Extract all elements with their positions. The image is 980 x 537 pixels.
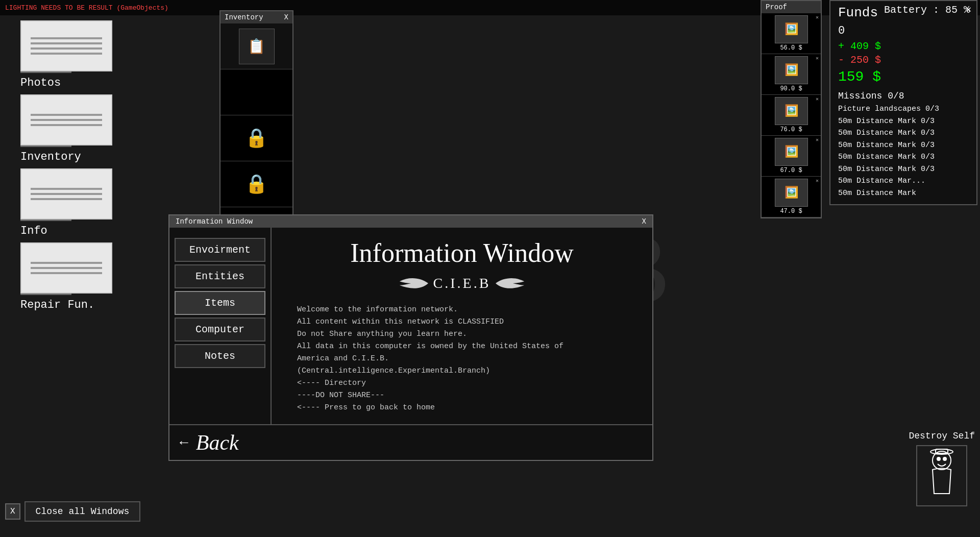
info-line-3: All data in this computer is owned by th… bbox=[297, 340, 564, 353]
info-nav-notes[interactable]: Notes bbox=[175, 344, 265, 368]
info-line-4: America and C.I.E.B. bbox=[297, 353, 564, 365]
mission-item-4: 50m Distance Mark 0/3 bbox=[830, 151, 976, 163]
mission-item-7: 50m Distance Mark bbox=[830, 187, 976, 200]
inventory-titlebar[interactable]: Inventory X bbox=[220, 11, 292, 23]
thumb-line bbox=[31, 124, 103, 126]
thumb-line bbox=[31, 119, 103, 121]
info-window-titlebar[interactable]: Information Window X bbox=[169, 215, 652, 228]
back-arrow-icon: ← bbox=[180, 435, 188, 451]
destroy-self-section: Destroy Self bbox=[909, 431, 975, 506]
proof-close-2[interactable]: ✕ bbox=[816, 96, 819, 102]
lock-icon: 🔒 bbox=[245, 173, 268, 196]
sidebar-divider bbox=[20, 145, 71, 147]
sidebar-divider bbox=[20, 219, 71, 221]
photos-thumbnail bbox=[20, 20, 112, 71]
repair-thumbnail bbox=[20, 242, 112, 294]
funds-base-value: 0 bbox=[830, 22, 976, 39]
proof-photo-3: 🖼️ bbox=[775, 138, 808, 166]
proof-photo-0: 🖼️ bbox=[775, 15, 808, 43]
proof-price-4: 47.0 $ bbox=[780, 208, 802, 215]
close-x-button[interactable]: X bbox=[5, 503, 20, 520]
mission-item-2: 50m Distance Mark 0/3 bbox=[830, 127, 976, 139]
inventory-title-label: Inventory bbox=[225, 13, 263, 21]
inventory-slot-3[interactable]: 🔒 bbox=[220, 161, 292, 207]
thumb-line bbox=[31, 114, 103, 116]
thumb-lines bbox=[31, 188, 103, 200]
info-nav-items[interactable]: Items bbox=[175, 291, 265, 315]
proof-window: Proof ✕ 🖼️ 56.0 $ ✕ 🖼️ 90.0 $ ✕ 🖼️ 76.0 … bbox=[761, 0, 822, 218]
inventory-slot-2[interactable]: 🔒 bbox=[220, 115, 292, 161]
battery-info: Battery : 85 % bbox=[884, 4, 970, 16]
info-logo: C.I.E.B bbox=[398, 273, 527, 294]
sidebar-item-repair[interactable]: Repair Fun. bbox=[20, 242, 133, 311]
thumb-line bbox=[31, 47, 103, 50]
proof-item-1[interactable]: ✕ 🖼️ 90.0 $ bbox=[762, 54, 821, 95]
inventory-label: Inventory bbox=[20, 151, 81, 163]
proof-close-4[interactable]: ✕ bbox=[816, 178, 819, 184]
proof-close-3[interactable]: ✕ bbox=[816, 137, 819, 143]
mission-item-1: 50m Distance Mark 0/3 bbox=[830, 115, 976, 128]
wing-left-icon bbox=[398, 273, 428, 294]
lock-icon: 🔒 bbox=[245, 127, 268, 150]
thumb-line bbox=[31, 193, 103, 195]
funds-minus-value: - 250 $ bbox=[830, 53, 976, 67]
info-line-1: All content within this network is CLASS… bbox=[297, 316, 564, 328]
proof-price-3: 67.0 $ bbox=[780, 167, 802, 174]
close-all-section: X Close all Windows bbox=[5, 501, 140, 522]
funds-total-value: 159 $ bbox=[830, 67, 976, 87]
svg-point-22 bbox=[943, 457, 947, 461]
inventory-slot-1[interactable] bbox=[220, 69, 292, 115]
info-main-title: Information Window bbox=[350, 238, 573, 268]
mission-item-5: 50m Distance Mark 0/3 bbox=[830, 163, 976, 176]
funds-missions-label: Missions 0/8 bbox=[830, 87, 976, 103]
inventory-slot-0[interactable]: 📋 bbox=[220, 23, 292, 69]
proof-close-1[interactable]: ✕ bbox=[816, 55, 819, 61]
info-nav-envoirment[interactable]: Envoirment bbox=[175, 238, 265, 262]
info-nav: Envoirment Entities Items Computer Notes bbox=[169, 228, 272, 424]
info-back-bar[interactable]: ← Back bbox=[169, 424, 652, 460]
info-window-close-button[interactable]: X bbox=[642, 217, 646, 226]
info-line-0: Welcome to the information network. bbox=[297, 304, 564, 316]
destroy-self-avatar[interactable] bbox=[916, 445, 967, 506]
funds-window: ✕ Funds 0 + 409 $ - 250 $ 159 $ Missions… bbox=[829, 0, 977, 205]
inventory-thumbnail bbox=[20, 94, 112, 145]
proof-items: ✕ 🖼️ 56.0 $ ✕ 🖼️ 90.0 $ ✕ 🖼️ 76.0 $ ✕ 🖼️… bbox=[762, 13, 821, 217]
inventory-item-image: 📋 bbox=[239, 29, 275, 64]
svg-point-21 bbox=[937, 457, 941, 461]
info-nav-entities[interactable]: Entities bbox=[175, 264, 265, 288]
mission-item-3: 50m Distance Mark 0/3 bbox=[830, 139, 976, 152]
proof-item-3[interactable]: ✕ 🖼️ 67.0 $ bbox=[762, 136, 821, 177]
proof-item-2[interactable]: ✕ 🖼️ 76.0 $ bbox=[762, 95, 821, 136]
close-all-button[interactable]: Close all Windows bbox=[24, 501, 141, 522]
thumb-line bbox=[31, 272, 103, 274]
proof-titlebar[interactable]: Proof bbox=[762, 1, 821, 13]
info-thumbnail bbox=[20, 168, 112, 219]
info-window: Information Window X Envoirment Entities… bbox=[168, 214, 653, 461]
sidebar-item-info[interactable]: Info bbox=[20, 168, 133, 237]
proof-close-0[interactable]: ✕ bbox=[816, 14, 819, 20]
proof-photo-2: 🖼️ bbox=[775, 97, 808, 125]
info-window-body: Envoirment Entities Items Computer Notes… bbox=[169, 228, 652, 424]
thumb-line bbox=[31, 42, 103, 44]
thumb-lines bbox=[31, 262, 103, 274]
inventory-close-button[interactable]: X bbox=[284, 13, 288, 21]
proof-item-4[interactable]: ✕ 🖼️ 47.0 $ bbox=[762, 177, 821, 217]
destroy-self-label: Destroy Self bbox=[909, 431, 975, 441]
proof-price-0: 56.0 $ bbox=[780, 44, 802, 52]
mission-item-6: 50m Distance Mar... bbox=[830, 175, 976, 187]
sidebar-divider bbox=[20, 294, 71, 295]
mission-item-0: Picture landscapes 0/3 bbox=[830, 103, 976, 115]
info-line-6: <---- Directory bbox=[297, 377, 564, 389]
info-line-8: <---- Press to go back to home bbox=[297, 402, 564, 414]
sidebar-divider bbox=[20, 71, 71, 73]
info-text-content: Welcome to the information network. All … bbox=[287, 304, 564, 414]
proof-item-0[interactable]: ✕ 🖼️ 56.0 $ bbox=[762, 13, 821, 54]
sidebar-item-inventory[interactable]: Inventory bbox=[20, 94, 133, 163]
info-nav-computer[interactable]: Computer bbox=[175, 318, 265, 341]
back-label[interactable]: Back bbox=[196, 430, 239, 455]
thumb-line bbox=[31, 188, 103, 190]
sidebar-item-photos[interactable]: Photos bbox=[20, 20, 133, 89]
thumb-line bbox=[31, 198, 103, 200]
info-label: Info bbox=[20, 225, 47, 237]
info-line-5: (Central.intelligence.Experimental.Branc… bbox=[297, 365, 564, 377]
